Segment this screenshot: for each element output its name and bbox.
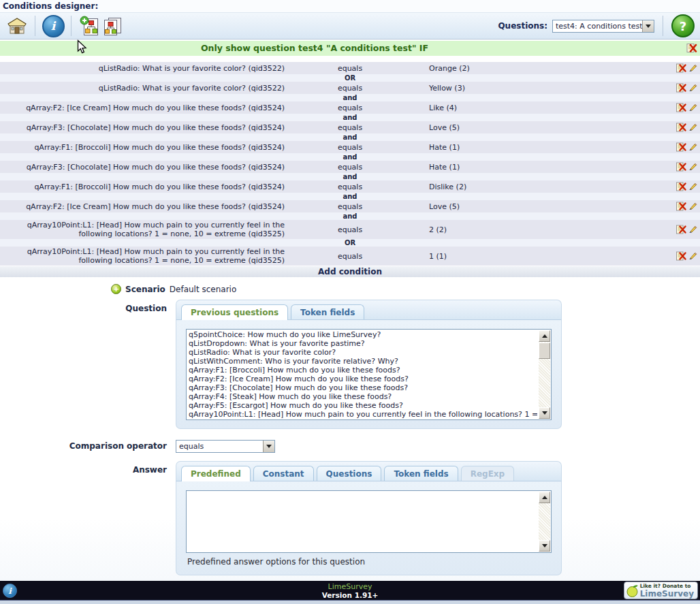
- help-icon[interactable]: ?: [671, 14, 695, 37]
- answer-panel-body: Predefined answer options for this quest…: [176, 481, 562, 575]
- condition-join-row: and: [0, 133, 700, 141]
- donate-badge[interactable]: Like it? Donate to LimeSurvey: [624, 582, 698, 599]
- question-listbox[interactable]: q5pointChoice: How much do you like Lime…: [186, 329, 552, 420]
- question-option[interactable]: q5pointChoice: How much do you like Lime…: [189, 330, 537, 339]
- question-section: Question Previous questionsToken fields …: [0, 300, 700, 429]
- tab-questions[interactable]: Questions: [317, 466, 382, 481]
- scroll-up-icon[interactable]: [539, 492, 550, 503]
- delete-condition-icon[interactable]: [676, 83, 686, 93]
- question-option[interactable]: qArray:F5: [Escargot] How much do you li…: [189, 401, 537, 410]
- condition-value: Love (5): [415, 123, 669, 132]
- lime-icon: [626, 583, 640, 598]
- donate-line2: LimeSurvey: [640, 590, 694, 598]
- condition-operator: equals: [285, 225, 415, 234]
- edit-condition-icon[interactable]: [688, 225, 697, 234]
- footer-center: LimeSurvey Version 1.91+: [0, 582, 700, 599]
- questions-dropdown[interactable]: test4: A conditions test: [552, 20, 654, 33]
- condition-join-row: and: [0, 94, 700, 101]
- join-label: and: [343, 212, 357, 220]
- edit-condition-icon[interactable]: [688, 103, 697, 112]
- copy-conditions-icon[interactable]: [101, 14, 124, 37]
- question-option[interactable]: qListWithComment: Who is your favorite r…: [189, 357, 537, 366]
- delete-condition-icon[interactable]: [676, 162, 686, 172]
- question-option[interactable]: qArray10Point:L1: [Head] How much pain t…: [189, 410, 537, 419]
- tab-constant[interactable]: Constant: [253, 466, 314, 481]
- comparison-operator-label: Comparison operator: [0, 441, 167, 451]
- scrollbar-thumb[interactable]: [539, 343, 550, 359]
- tab-token-fields[interactable]: Token fields: [291, 304, 364, 319]
- answer-scrollbar[interactable]: [539, 492, 550, 552]
- condition-question: qArray:F1: [Broccoli] How much do you li…: [0, 182, 285, 191]
- edit-condition-icon[interactable]: [688, 63, 697, 73]
- edit-condition-icon[interactable]: [688, 162, 697, 172]
- edit-condition-icon[interactable]: [688, 251, 697, 261]
- edit-condition-icon[interactable]: [688, 202, 697, 211]
- join-label: and: [343, 173, 357, 180]
- add-condition-icon-glyph: [80, 16, 99, 37]
- tab-token-fields[interactable]: Token fields: [384, 466, 458, 481]
- tab-regexp: RegExp: [461, 466, 515, 481]
- comparison-operator-value: equals: [176, 442, 263, 451]
- condition-question: qArray:F2: [Ice Cream] How much do you l…: [0, 104, 285, 112]
- question-option[interactable]: qArray:F4: [Steak] How much do you like …: [189, 392, 537, 401]
- question-options: q5pointChoice: How much do you like Lime…: [187, 330, 551, 419]
- answer-listbox[interactable]: [186, 490, 552, 553]
- scope-bar-text: Only show question test4 "A conditions t…: [0, 41, 700, 56]
- delete-condition-icon[interactable]: [676, 142, 686, 152]
- delete-condition-icon[interactable]: [676, 123, 686, 132]
- comparison-section: Comparison operator equals: [0, 440, 700, 453]
- condition-row: qArray:F3: [Chocolate] How much do you l…: [0, 161, 700, 173]
- join-label: and: [343, 133, 357, 141]
- condition-row: qListRadio: What is your favorite color?…: [0, 82, 700, 94]
- info-icon[interactable]: i: [42, 14, 65, 37]
- delete-condition-icon[interactable]: [676, 103, 686, 112]
- condition-operator: equals: [285, 104, 415, 112]
- delete-all-conditions-icon[interactable]: [686, 43, 697, 53]
- tab-previous-questions[interactable]: Previous questions: [181, 304, 288, 320]
- condition-operator: equals: [285, 143, 415, 152]
- scroll-up-icon[interactable]: [539, 330, 550, 342]
- condition-value: Like (4): [415, 104, 669, 112]
- add-condition-icon[interactable]: [78, 14, 101, 37]
- scenario-value: Default scenario: [170, 285, 236, 294]
- condition-operator: equals: [285, 202, 415, 211]
- delete-condition-icon[interactable]: [676, 63, 686, 73]
- add-scenario-icon[interactable]: +: [111, 284, 121, 294]
- scroll-down-icon[interactable]: [539, 407, 550, 419]
- delete-condition-icon[interactable]: [676, 202, 686, 211]
- add-condition-bar[interactable]: Add condition: [0, 266, 700, 277]
- question-option[interactable]: qArray:F3: [Chocolate] How much do you l…: [189, 383, 537, 392]
- home-icon[interactable]: [5, 14, 29, 37]
- condition-question: qListRadio: What is your favorite color?…: [0, 84, 285, 93]
- dropdown-arrow-icon[interactable]: [263, 441, 274, 452]
- scenario-label: Scenario: [125, 285, 165, 294]
- condition-join-row: and: [0, 212, 700, 220]
- question-option[interactable]: qListRadio: What is your favorite color?: [189, 348, 537, 357]
- comparison-operator-dropdown[interactable]: equals: [176, 440, 275, 453]
- designer-form: + Scenario Default scenario Question Pre…: [0, 277, 700, 599]
- question-option[interactable]: qListDropdown: What is your favorite pas…: [189, 339, 537, 348]
- condition-operator: equals: [285, 123, 415, 132]
- join-label: OR: [345, 74, 355, 82]
- edit-condition-icon[interactable]: [688, 182, 697, 191]
- copy-conditions-icon-glyph: [102, 16, 123, 37]
- condition-row: qArray:F2: [Ice Cream] How much do you l…: [0, 200, 700, 212]
- tab-predefined[interactable]: Predefined: [181, 466, 251, 481]
- delete-condition-icon[interactable]: [676, 225, 686, 234]
- edit-condition-icon[interactable]: [688, 123, 697, 132]
- edit-condition-icon[interactable]: [688, 83, 697, 93]
- delete-condition-icon[interactable]: [676, 182, 686, 191]
- question-option[interactable]: qArray:F1: [Broccoli] How much do you li…: [189, 366, 537, 375]
- question-panel-body: q5pointChoice: How much do you like Lime…: [176, 320, 562, 429]
- delete-condition-icon[interactable]: [676, 251, 686, 261]
- edit-condition-icon[interactable]: [688, 142, 697, 152]
- scroll-down-icon[interactable]: [539, 540, 550, 552]
- condition-row: qArray:F2: [Ice Cream] How much do you l…: [0, 101, 700, 114]
- condition-row: qArray:F3: [Chocolate] How much do you l…: [0, 121, 700, 133]
- question-option[interactable]: qArray:F2: [Ice Cream] How much do you l…: [189, 375, 537, 383]
- condition-row: qArray:F1: [Broccoli] How much do you li…: [0, 180, 700, 193]
- toolbar-separator: [71, 16, 71, 36]
- condition-operator: equals: [285, 182, 415, 191]
- question-scrollbar[interactable]: [539, 330, 550, 419]
- dropdown-arrow-icon[interactable]: [642, 20, 654, 32]
